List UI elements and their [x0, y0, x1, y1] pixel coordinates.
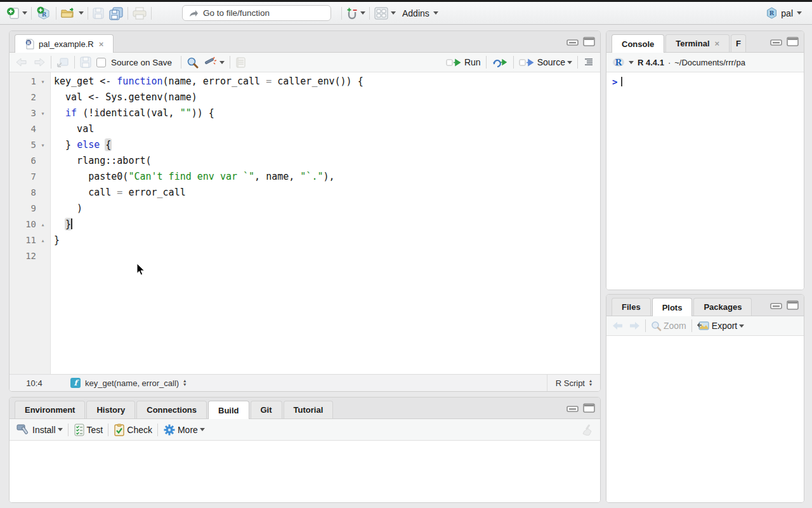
tab-terminal[interactable]: Terminal ×	[665, 34, 730, 52]
tab-connections-label: Connections	[147, 401, 197, 418]
print-button[interactable]	[132, 7, 147, 20]
tab-build[interactable]: Build	[208, 401, 249, 419]
code-tools-button[interactable]	[204, 57, 225, 69]
minimize-pane-icon[interactable]	[566, 37, 579, 46]
code-line[interactable]: 8 call = error_call	[10, 185, 600, 201]
panes-grid-icon	[374, 6, 389, 20]
minimize-pane-icon[interactable]	[566, 404, 579, 412]
code-line[interactable]: 5▾ } else {	[10, 137, 600, 153]
plot-export-button[interactable]: Export	[697, 321, 744, 331]
fold-down-icon[interactable]: ▾	[36, 74, 49, 90]
working-directory[interactable]: ~/Documents/rrr/pa	[674, 58, 745, 67]
export-caret	[739, 324, 744, 328]
minimize-pane-icon[interactable]	[770, 37, 782, 46]
version-control-caret[interactable]	[360, 11, 365, 15]
doc-type-label: R Script	[556, 378, 585, 388]
code-line[interactable]: 2 val <- Sys.getenv(name)	[10, 90, 600, 105]
compile-report-button[interactable]	[235, 57, 246, 69]
popout-window-button[interactable]	[56, 57, 69, 68]
minimize-pane-icon[interactable]	[770, 301, 782, 309]
line-number: 8	[10, 185, 36, 201]
code-editor[interactable]: 1▾key_get <- function(name, error_call =…	[10, 72, 600, 374]
doc-type-selector[interactable]: R Script ▴▾	[547, 375, 600, 391]
source-on-save-checkbox[interactable]	[96, 58, 106, 67]
plot-back-button[interactable]	[612, 321, 624, 330]
tab-close-icon[interactable]: ×	[99, 36, 104, 53]
fold-down-icon[interactable]: ▾	[36, 105, 49, 121]
code-line[interactable]: 10▴ }	[10, 217, 600, 232]
save-button[interactable]	[92, 7, 105, 20]
back-button[interactable]	[15, 57, 28, 67]
test-button[interactable]: Test	[74, 424, 103, 436]
new-file-button[interactable]	[6, 6, 27, 20]
install-caret[interactable]	[58, 428, 63, 431]
tab-plots[interactable]: Plots	[652, 298, 693, 316]
project-menu-button[interactable]: R pal	[766, 7, 806, 19]
forward-button[interactable]	[33, 57, 46, 67]
terminal-close-icon[interactable]: ×	[715, 35, 720, 52]
run-button[interactable]: Run	[446, 57, 481, 67]
function-scope-selector[interactable]: f key_get(name, error_call) ▴▾	[59, 378, 186, 388]
install-button[interactable]: Install	[15, 423, 63, 437]
code-line[interactable]: 4 val	[10, 121, 600, 137]
editor-tab-pal-example[interactable]: R pal_example.R ×	[15, 34, 114, 53]
save-all-button[interactable]	[108, 6, 124, 20]
tab-tutorial[interactable]: Tutorial	[284, 401, 334, 418]
source-icon	[519, 58, 535, 67]
tab-environment[interactable]: Environment	[15, 401, 85, 418]
toolbar-divider	[157, 424, 158, 436]
version-control-button[interactable]	[346, 6, 365, 20]
tab-connections[interactable]: Connections	[136, 401, 207, 418]
goto-file-input[interactable]: Go to file/function	[182, 5, 331, 21]
source-caret[interactable]	[567, 61, 572, 64]
workspace-panes-button[interactable]	[374, 6, 396, 20]
maximize-pane-icon[interactable]	[787, 300, 799, 310]
tab-packages[interactable]: Packages	[693, 298, 752, 316]
fold-up-icon[interactable]: ▴	[36, 217, 49, 232]
code-text: rlang::abort(	[49, 153, 152, 169]
r-version-caret[interactable]	[629, 61, 634, 64]
tab-git[interactable]: Git	[251, 401, 282, 418]
panes-caret[interactable]	[391, 11, 396, 15]
tab-history[interactable]: History	[86, 401, 135, 418]
open-file-button[interactable]	[60, 7, 84, 20]
tab-files[interactable]: Files	[612, 298, 651, 316]
code-line[interactable]: 6 rlang::abort(	[10, 153, 600, 169]
tab-files-label: Files	[622, 298, 641, 316]
code-line[interactable]: 11▴}	[10, 232, 600, 248]
new-project-button[interactable]: R	[36, 6, 52, 21]
code-line[interactable]: 1▾key_get <- function(name, error_call =…	[10, 74, 600, 90]
code-line[interactable]: 12	[10, 248, 600, 264]
new-file-caret[interactable]	[22, 11, 27, 15]
maximize-pane-icon[interactable]	[583, 37, 595, 46]
addins-button[interactable]: Addins	[400, 8, 441, 18]
more-caret[interactable]	[200, 428, 205, 431]
find-replace-button[interactable]	[187, 57, 199, 69]
code-line[interactable]: 7 paste0("Can't find env var `", name, "…	[10, 169, 600, 185]
tab-console[interactable]: Console	[612, 34, 664, 53]
more-build-button[interactable]: More	[163, 424, 205, 436]
check-button[interactable]: Check	[114, 424, 152, 436]
clear-broom-icon[interactable]	[580, 424, 594, 436]
save-doc-button[interactable]	[80, 57, 91, 68]
maximize-pane-icon[interactable]	[787, 37, 799, 46]
code-line[interactable]: 3▾ if (!identical(val, "")) {	[10, 105, 600, 121]
plot-zoom-button[interactable]: Zoom	[651, 321, 686, 331]
tab-background-jobs[interactable]: F	[731, 34, 746, 52]
code-line[interactable]: 9 )	[10, 201, 600, 217]
line-number: 11	[10, 232, 36, 248]
open-file-caret[interactable]	[79, 11, 84, 15]
console-output[interactable]: >	[606, 72, 804, 290]
plot-forward-button[interactable]	[629, 321, 640, 330]
files-plots-pane: Files Plots Packages Zoom Export	[606, 294, 804, 503]
r-logo-icon: R	[612, 57, 625, 67]
fold-up-icon[interactable]: ▴	[36, 232, 49, 248]
source-button[interactable]: Source	[519, 57, 572, 67]
code-text: val	[49, 121, 94, 137]
maximize-pane-icon[interactable]	[583, 403, 595, 413]
rerun-button[interactable]	[492, 57, 508, 67]
document-outline-button[interactable]	[583, 58, 594, 67]
r-version-label: R 4.4.1	[638, 58, 664, 67]
fold-down-icon[interactable]: ▾	[36, 137, 49, 153]
code-text: }	[49, 232, 60, 248]
